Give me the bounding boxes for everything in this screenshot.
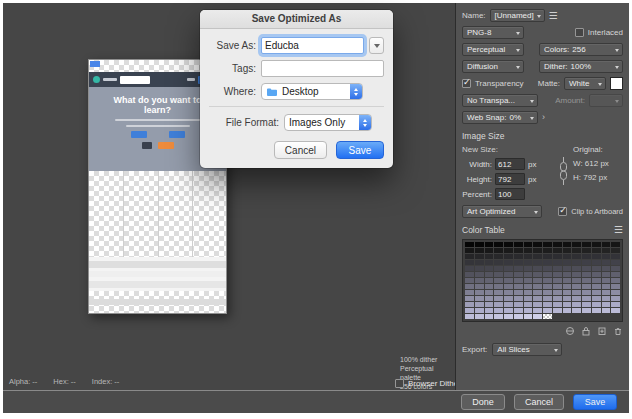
color-swatch[interactable] — [563, 242, 572, 247]
color-swatch[interactable] — [602, 254, 611, 259]
color-swatch[interactable] — [485, 278, 494, 283]
color-swatch[interactable] — [485, 296, 494, 301]
done-button[interactable]: Done — [461, 394, 505, 410]
color-swatch[interactable] — [533, 254, 542, 259]
color-swatch[interactable] — [582, 242, 591, 247]
height-input[interactable] — [495, 173, 525, 185]
color-swatch[interactable] — [611, 302, 620, 307]
dither-amount-dropdown[interactable]: Dither: 100% — [539, 60, 623, 73]
color-swatch[interactable] — [475, 260, 484, 265]
color-swatch[interactable] — [582, 302, 591, 307]
color-swatch[interactable] — [572, 242, 581, 247]
transparency-checkbox[interactable] — [462, 79, 471, 88]
color-swatch[interactable] — [494, 290, 503, 295]
color-swatch[interactable] — [553, 242, 562, 247]
color-swatch[interactable] — [611, 260, 620, 265]
color-swatch[interactable] — [514, 296, 523, 301]
colors-dropdown[interactable]: Colors: 256 — [539, 43, 623, 56]
color-swatch[interactable] — [494, 296, 503, 301]
file-format-dropdown[interactable]: Images Only — [284, 114, 372, 131]
color-swatch[interactable] — [475, 266, 484, 271]
preset-name-dropdown[interactable]: [Unnamed] — [490, 9, 545, 22]
color-swatch[interactable] — [553, 278, 562, 283]
color-swatch[interactable] — [602, 296, 611, 301]
color-reduction-dropdown[interactable]: Perceptual — [462, 43, 524, 56]
color-swatch[interactable] — [475, 242, 484, 247]
where-dropdown[interactable]: Desktop — [261, 83, 363, 100]
color-swatch[interactable] — [504, 314, 513, 319]
color-swatch[interactable] — [504, 266, 513, 271]
color-swatch[interactable] — [563, 290, 572, 295]
color-swatch[interactable] — [485, 254, 494, 259]
color-swatch[interactable] — [514, 278, 523, 283]
color-swatch[interactable] — [524, 242, 533, 247]
color-swatch[interactable] — [524, 260, 533, 265]
color-swatch[interactable] — [465, 272, 474, 277]
color-swatch[interactable] — [582, 266, 591, 271]
color-swatch[interactable] — [602, 266, 611, 271]
color-swatch[interactable] — [582, 248, 591, 253]
color-swatch[interactable] — [563, 302, 572, 307]
color-swatch[interactable] — [582, 308, 591, 313]
matte-dropdown[interactable]: White — [564, 77, 606, 90]
color-swatch[interactable] — [592, 296, 601, 301]
color-swatch[interactable] — [553, 266, 562, 271]
color-swatch[interactable] — [465, 278, 474, 283]
color-swatch[interactable] — [553, 248, 562, 253]
color-swatch[interactable] — [563, 284, 572, 289]
color-swatch[interactable] — [533, 314, 542, 319]
color-swatch[interactable] — [572, 302, 581, 307]
color-swatch[interactable] — [582, 272, 591, 277]
color-swatch[interactable] — [553, 290, 562, 295]
save-as-input[interactable] — [261, 37, 364, 54]
color-swatch[interactable] — [592, 266, 601, 271]
color-swatch[interactable] — [592, 290, 601, 295]
dialog-save-button[interactable]: Save — [336, 141, 384, 159]
color-swatch[interactable] — [543, 278, 552, 283]
browser-dither-checkbox[interactable] — [395, 379, 404, 388]
color-swatch[interactable] — [465, 260, 474, 265]
color-swatch[interactable] — [504, 278, 513, 283]
web-shift-icon[interactable] — [564, 325, 575, 336]
color-swatch[interactable] — [514, 284, 523, 289]
color-swatch[interactable] — [494, 272, 503, 277]
color-swatch[interactable] — [485, 314, 494, 319]
color-swatch[interactable] — [465, 302, 474, 307]
save-button[interactable]: Save — [573, 394, 617, 410]
color-swatch[interactable] — [563, 260, 572, 265]
color-swatch[interactable] — [592, 284, 601, 289]
color-swatch[interactable] — [524, 284, 533, 289]
tags-input[interactable] — [261, 60, 384, 77]
color-swatch[interactable] — [563, 308, 572, 313]
color-swatch[interactable] — [582, 260, 591, 265]
color-swatch[interactable] — [504, 242, 513, 247]
color-swatch[interactable] — [494, 308, 503, 313]
color-swatch[interactable] — [543, 260, 552, 265]
color-swatch[interactable] — [514, 302, 523, 307]
color-swatch[interactable] — [611, 248, 620, 253]
color-swatch[interactable] — [533, 278, 542, 283]
color-swatch[interactable] — [524, 278, 533, 283]
color-swatch[interactable] — [543, 290, 552, 295]
color-swatch[interactable] — [533, 284, 542, 289]
color-swatch[interactable] — [524, 272, 533, 277]
color-swatch[interactable] — [514, 290, 523, 295]
color-swatch[interactable] — [485, 248, 494, 253]
color-swatch[interactable] — [533, 242, 542, 247]
color-swatch[interactable] — [553, 284, 562, 289]
color-swatch[interactable] — [543, 308, 552, 313]
color-swatch[interactable] — [563, 278, 572, 283]
color-swatch[interactable] — [602, 308, 611, 313]
color-swatch[interactable] — [592, 260, 601, 265]
browser-dither-option[interactable]: Browser Dither — [395, 379, 461, 388]
color-swatch[interactable] — [465, 242, 474, 247]
color-swatch[interactable] — [504, 302, 513, 307]
color-swatch[interactable] — [465, 296, 474, 301]
color-swatch[interactable] — [602, 302, 611, 307]
color-swatch[interactable] — [582, 296, 591, 301]
color-swatch[interactable] — [485, 266, 494, 271]
color-swatch[interactable] — [475, 302, 484, 307]
color-swatch[interactable] — [514, 260, 523, 265]
clip-to-artboard-checkbox[interactable] — [558, 207, 567, 216]
color-swatch[interactable] — [465, 290, 474, 295]
